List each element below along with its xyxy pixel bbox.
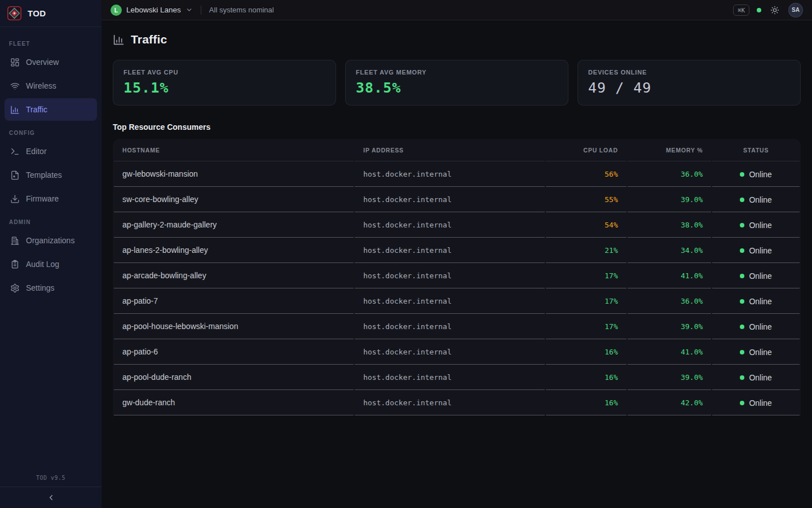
table-row[interactable]: ap-arcade-bowling-alleyhost.docker.inter… [114, 263, 800, 288]
memory-cell: 39.0% [628, 314, 712, 339]
cpu-load-cell: 56% [546, 161, 626, 187]
ip-cell: host.docker.internal [355, 161, 545, 187]
status-cell: Online [712, 365, 800, 390]
hostname-cell: ap-arcade-bowling-alley [114, 263, 354, 288]
app-root: TOD FLEETOverviewWirelessTrafficCONFIGEd… [0, 0, 812, 508]
ip-cell: host.docker.internal [355, 288, 545, 314]
hostname-cell: ap-pool-dude-ranch [114, 365, 354, 390]
ip-cell: host.docker.internal [355, 390, 545, 415]
table-row[interactable]: ap-gallery-2-maude-galleryhost.docker.in… [114, 212, 800, 238]
sidebar-item-label: Settings [26, 283, 55, 292]
status-label: Online [749, 398, 771, 408]
status-label: Online [749, 246, 771, 255]
column-header-cpu-load: CPU LOAD [546, 139, 626, 161]
sidebar: TOD FLEETOverviewWirelessTrafficCONFIGEd… [0, 0, 102, 508]
stat-value: 49 / 49 [588, 80, 790, 96]
chevron-down-icon [186, 6, 193, 14]
cpu-load-cell: 54% [546, 212, 626, 238]
status-cell: Online [712, 339, 800, 365]
online-status-dot [740, 375, 744, 380]
ip-cell: host.docker.internal [355, 263, 545, 288]
ip-cell: host.docker.internal [355, 314, 545, 339]
online-status-dot [740, 325, 744, 329]
memory-cell: 34.0% [628, 238, 712, 263]
online-status-dot [740, 299, 744, 304]
stat-card-fleet-avg-memory: FLEET AVG MEMORY38.5% [345, 60, 568, 106]
sidebar-item-settings[interactable]: Settings [5, 277, 97, 299]
sidebar-item-traffic[interactable]: Traffic [5, 98, 97, 121]
online-status-dot [740, 172, 744, 177]
status-label: Online [749, 322, 771, 331]
hostname-cell: gw-dude-ranch [114, 390, 354, 415]
org-switcher[interactable]: L Lebowski Lanes [111, 5, 193, 16]
stat-label: DEVICES ONLINE [588, 69, 790, 76]
system-status-text: All systems nominal [209, 6, 274, 14]
cpu-load-cell: 17% [546, 314, 626, 339]
command-palette-shortcut[interactable]: ⌘K [733, 5, 749, 16]
table-row[interactable]: sw-core-bowling-alleyhost.docker.interna… [114, 187, 800, 212]
memory-cell: 39.0% [628, 187, 712, 212]
status-label: Online [749, 271, 771, 281]
memory-cell: 42.0% [628, 390, 712, 415]
stat-value: 38.5% [356, 80, 558, 96]
sidebar-item-label: Editor [26, 147, 47, 156]
user-avatar[interactable]: SA [788, 3, 803, 17]
sidebar-collapse-button[interactable] [42, 489, 59, 506]
bar-chart-icon [10, 105, 20, 115]
hostname-cell: sw-core-bowling-alley [114, 187, 354, 212]
status-label: Online [749, 348, 771, 357]
tod-logo-icon [7, 6, 22, 21]
memory-cell: 38.0% [628, 212, 712, 238]
hostname-cell: ap-lanes-2-bowling-alley [114, 238, 354, 263]
main-content: Traffic FLEET AVG CPU15.1%FLEET AVG MEMO… [102, 20, 812, 508]
online-status-dot [740, 401, 744, 405]
building-icon [10, 236, 20, 246]
sidebar-item-templates[interactable]: Templates [5, 164, 97, 186]
status-cell: Online [712, 288, 800, 314]
status-label: Online [749, 297, 771, 306]
sidebar-item-wireless[interactable]: Wireless [5, 75, 97, 97]
sidebar-item-label: Templates [26, 170, 62, 179]
table-row[interactable]: gw-lebowski-mansionhost.docker.internal5… [114, 161, 800, 187]
hostname-cell: ap-gallery-2-maude-gallery [114, 212, 354, 238]
table-row[interactable]: ap-pool-house-lebowski-mansionhost.docke… [114, 314, 800, 339]
status-cell: Online [712, 161, 800, 187]
sidebar-section-config: CONFIG [9, 130, 92, 136]
clipboard-icon [10, 260, 20, 269]
sidebar-item-organizations[interactable]: Organizations [5, 229, 97, 252]
sidebar-section-admin: ADMIN [9, 219, 92, 225]
online-status-dot [740, 248, 744, 253]
sidebar-item-editor[interactable]: Editor [5, 140, 97, 163]
sidebar-item-firmware[interactable]: Firmware [5, 187, 97, 210]
table-row[interactable]: ap-lanes-2-bowling-alleyhost.docker.inte… [114, 238, 800, 263]
status-cell: Online [712, 263, 800, 288]
theme-toggle-button[interactable] [769, 4, 781, 16]
hostname-cell: ap-pool-house-lebowski-mansion [114, 314, 354, 339]
table-row[interactable]: ap-patio-7host.docker.internal17%36.0%On… [114, 288, 800, 314]
sidebar-item-label: Traffic [26, 105, 47, 114]
status-label: Online [749, 195, 771, 204]
table-row[interactable]: ap-pool-dude-ranchhost.docker.internal16… [114, 365, 800, 390]
online-status-dot [740, 350, 744, 354]
app-home-link[interactable]: TOD [0, 0, 102, 27]
file-icon [10, 170, 20, 180]
table-row[interactable]: ap-patio-6host.docker.internal16%41.0%On… [114, 339, 800, 365]
stat-cards: FLEET AVG CPU15.1%FLEET AVG MEMORY38.5%D… [113, 60, 801, 106]
cpu-load-cell: 55% [546, 187, 626, 212]
table-title: Top Resource Consumers [113, 122, 801, 132]
sidebar-nav: FLEETOverviewWirelessTrafficCONFIGEditor… [0, 27, 102, 475]
topbar: L Lebowski Lanes All systems nominal ⌘K … [102, 0, 812, 20]
cpu-load-cell: 21% [546, 238, 626, 263]
sidebar-item-label: Overview [26, 58, 59, 67]
table-row[interactable]: gw-dude-ranchhost.docker.internal16%42.0… [114, 390, 800, 415]
ip-cell: host.docker.internal [355, 212, 545, 238]
sidebar-item-overview[interactable]: Overview [5, 51, 97, 73]
top-consumers-table: HOSTNAMEIP ADDRESSCPU LOADMEMORY %STATUS… [113, 139, 801, 415]
sidebar-item-audit-log[interactable]: Audit Log [5, 253, 97, 275]
column-header-status: STATUS [712, 139, 800, 161]
column-header-memory: MEMORY % [628, 139, 712, 161]
memory-cell: 41.0% [628, 263, 712, 288]
column-header-ip-address: IP ADDRESS [355, 139, 545, 161]
sun-icon [770, 6, 779, 15]
online-status-dot [740, 274, 744, 278]
